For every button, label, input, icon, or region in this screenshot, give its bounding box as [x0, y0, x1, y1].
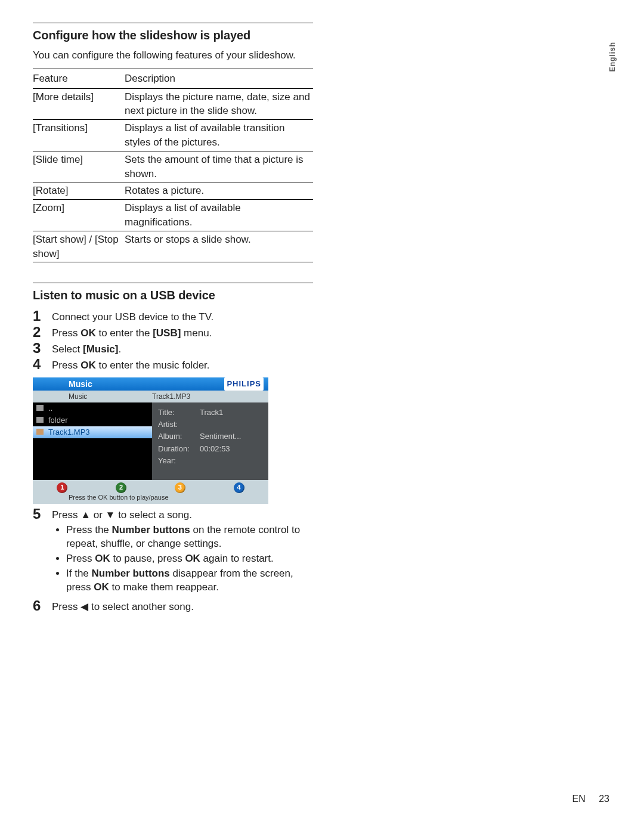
th-feature: Feature — [33, 69, 125, 88]
info-label: Duration: — [158, 444, 200, 454]
page-footer: EN 23 — [572, 792, 609, 806]
step: 1 Connect your USB device to the TV. — [33, 308, 313, 324]
step-text: Press ◀ to select another song. — [52, 598, 313, 614]
step-text: Press OK to enter the [USB] menu. — [52, 324, 313, 340]
color-button-1[interactable]: 1 — [57, 482, 67, 493]
table-row: [Start show] / [Stop show]Starts or stop… — [33, 231, 313, 262]
rule — [33, 23, 313, 23]
info-label: Album: — [158, 431, 200, 442]
footer-lang: EN — [572, 794, 586, 804]
tv-info-panel: Title:Track1 Artist: Album:Sentiment... … — [152, 402, 268, 480]
brand-logo: PHILIPS — [224, 377, 264, 391]
step-number: 3 — [33, 340, 45, 356]
cell: [Transitions] — [33, 120, 125, 151]
list-item[interactable]: folder — [33, 414, 152, 426]
crumb-right: Track1.MP3 — [152, 391, 190, 402]
cell: Rotates a picture. — [125, 182, 313, 200]
list-item-selected[interactable]: Track1.MP3 — [33, 426, 152, 438]
tv-title: Music — [69, 377, 92, 391]
down-arrow-icon: ▼ — [106, 509, 116, 521]
rule — [33, 283, 313, 283]
step-number: 6 — [33, 598, 45, 614]
bullet: Press OK to pause, press OK again to res… — [66, 552, 313, 566]
cell: Displays a list of available magnificati… — [125, 200, 313, 231]
tv-breadcrumb: Music Track1.MP3 — [33, 391, 268, 402]
table-row: [Transitions]Displays a list of availabl… — [33, 120, 313, 151]
info-value: Track1 — [200, 407, 223, 418]
tv-hint: Press the OK button to play/pause — [33, 493, 268, 502]
cell: Displays the picture name, date, size an… — [125, 88, 313, 120]
footer-page-number: 23 — [599, 794, 609, 804]
step: 2 Press OK to enter the [USB] menu. — [33, 324, 313, 340]
list-item[interactable]: .. — [33, 402, 152, 414]
step-number: 5 — [33, 506, 45, 522]
info-value: 00:02:53 — [200, 444, 230, 454]
left-arrow-icon: ◀ — [80, 601, 88, 612]
music-file-icon — [36, 429, 44, 435]
info-label: Title: — [158, 407, 200, 418]
tv-screenshot: Music PHILIPS Music Track1.MP3 .. folder… — [33, 377, 268, 504]
step-text: Connect your USB device to the TV. — [52, 308, 313, 324]
tv-titlebar: Music PHILIPS — [33, 377, 268, 391]
step-number: 4 — [33, 357, 45, 372]
step: 6 Press ◀ to select another song. — [33, 598, 313, 614]
cell: Sets the amount of time that a picture i… — [125, 151, 313, 182]
info-label: Artist: — [158, 419, 200, 430]
table-row: [More details]Displays the picture name,… — [33, 88, 313, 120]
color-button-4[interactable]: 4 — [234, 482, 244, 493]
feature-table: Feature Description [More details]Displa… — [33, 69, 313, 263]
tv-bottom-bar: 1 2 3 4 Press the OK button to play/paus… — [33, 480, 268, 504]
step: 3 Select [Music]. — [33, 340, 313, 357]
folder-icon — [36, 405, 44, 411]
table-row: [Slide time]Sets the amount of time that… — [33, 151, 313, 182]
table-row: [Zoom]Displays a list of available magni… — [33, 200, 313, 231]
cell: Displays a list of available transition … — [125, 120, 313, 151]
cell: Starts or stops a slide show. — [125, 231, 313, 262]
step-number: 2 — [33, 324, 45, 340]
info-label: Year: — [158, 456, 200, 466]
steps-list-cont: 5 Press ▲ or ▼ to select a song. Press t… — [33, 506, 313, 614]
section-heading: Configure how the slideshow is played — [33, 27, 313, 44]
color-button-2[interactable]: 2 — [116, 482, 126, 493]
intro-text: You can configure the following features… — [33, 48, 313, 63]
folder-icon — [36, 417, 44, 423]
tv-file-list: .. folder Track1.MP3 — [33, 402, 152, 480]
step-text: Press ▲ or ▼ to select a song. Press the… — [52, 506, 313, 598]
cell: [Start show] / [Stop show] — [33, 231, 125, 262]
steps-list: 1 Connect your USB device to the TV. 2 P… — [33, 308, 313, 373]
step: 4 Press OK to enter the music folder. — [33, 357, 313, 373]
cell: [Slide time] — [33, 151, 125, 182]
bullet: Press the Number buttons on the remote c… — [66, 524, 313, 551]
step-text: Press OK to enter the music folder. — [52, 357, 313, 373]
color-button-3[interactable]: 3 — [175, 482, 185, 493]
th-description: Description — [125, 69, 313, 88]
language-tab: English — [608, 42, 618, 72]
up-arrow-icon: ▲ — [80, 509, 91, 521]
step-text: Select [Music]. — [52, 340, 313, 357]
section-heading: Listen to music on a USB device — [33, 287, 313, 304]
crumb-left: Music — [69, 391, 152, 402]
cell: [Rotate] — [33, 182, 125, 200]
info-value: Sentiment... — [200, 431, 241, 442]
bullet: If the Number buttons disappear from the… — [66, 567, 313, 594]
step-number: 1 — [33, 308, 45, 324]
table-row: [Rotate]Rotates a picture. — [33, 182, 313, 200]
cell: [Zoom] — [33, 200, 125, 231]
step: 5 Press ▲ or ▼ to select a song. Press t… — [33, 506, 313, 598]
cell: [More details] — [33, 88, 125, 120]
